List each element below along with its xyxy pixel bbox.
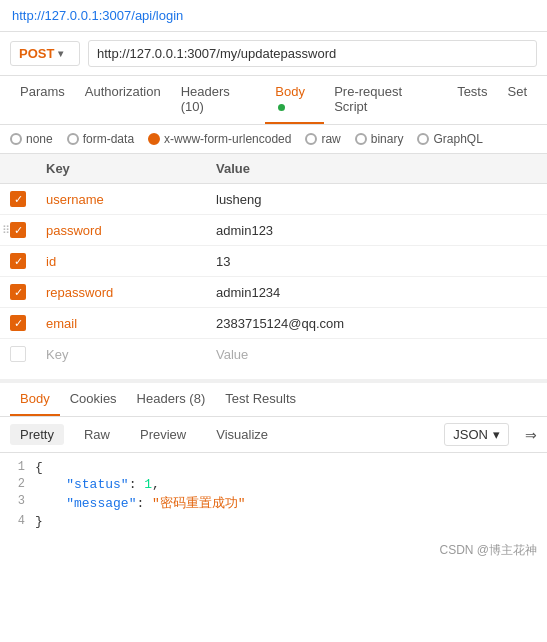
json-line-1: 1 { bbox=[0, 459, 547, 476]
response-tab-test-results[interactable]: Test Results bbox=[215, 383, 306, 416]
tab-params[interactable]: Params bbox=[10, 76, 75, 124]
response-tab-nav: Body Cookies Headers (8) Test Results bbox=[0, 383, 547, 417]
json-line-3: 3 "message": "密码重置成功" bbox=[0, 493, 547, 513]
body-dot bbox=[278, 104, 285, 111]
line-num: 2 bbox=[0, 477, 35, 491]
key-cell-email: email bbox=[36, 308, 206, 339]
empty-key[interactable]: Key bbox=[36, 339, 206, 370]
key-cell-password: password bbox=[36, 215, 206, 246]
col-value: Value bbox=[206, 154, 547, 184]
drag-handle-icon: ⠿ bbox=[2, 224, 10, 237]
json-value-message: "密码重置成功" bbox=[152, 496, 246, 511]
method-label: POST bbox=[19, 46, 54, 61]
json-format-select[interactable]: JSON ▾ bbox=[444, 423, 509, 446]
key-cell-repassword: repassword bbox=[36, 277, 206, 308]
body-type-form-data[interactable]: form-data bbox=[67, 132, 134, 146]
table-row: ✓ id 13 bbox=[0, 246, 547, 277]
body-type-row: none form-data x-www-form-urlencoded raw… bbox=[0, 125, 547, 154]
response-tab-cookies[interactable]: Cookies bbox=[60, 383, 127, 416]
url-input[interactable] bbox=[88, 40, 537, 67]
json-format-label: JSON bbox=[453, 427, 488, 442]
radio-form-data bbox=[67, 133, 79, 145]
table-row: ✓ repassword admin1234 bbox=[0, 277, 547, 308]
checkbox-cell: ✓ bbox=[0, 277, 36, 308]
line-content: { bbox=[35, 460, 547, 475]
col-checkbox bbox=[0, 154, 36, 184]
line-num: 1 bbox=[0, 460, 35, 474]
value-cell-username: lusheng bbox=[206, 184, 547, 215]
tab-tests[interactable]: Tests bbox=[447, 76, 497, 124]
checkbox-cell: ✓ bbox=[0, 246, 36, 277]
tab-body[interactable]: Body bbox=[265, 76, 324, 124]
body-type-urlencoded[interactable]: x-www-form-urlencoded bbox=[148, 132, 291, 146]
format-preview[interactable]: Preview bbox=[130, 424, 196, 445]
empty-checkbox bbox=[0, 339, 36, 370]
radio-urlencoded bbox=[148, 133, 160, 145]
tab-settings[interactable]: Set bbox=[497, 76, 537, 124]
line-content: "status": 1, bbox=[35, 477, 547, 492]
line-content: "message": "密码重置成功" bbox=[35, 494, 547, 512]
checkbox-repassword[interactable]: ✓ bbox=[10, 284, 26, 300]
checkbox-username[interactable]: ✓ bbox=[10, 191, 26, 207]
empty-checkbox-icon bbox=[10, 346, 26, 362]
json-value-status: 1 bbox=[144, 477, 152, 492]
format-visualize[interactable]: Visualize bbox=[206, 424, 278, 445]
body-type-none[interactable]: none bbox=[10, 132, 53, 146]
chevron-down-icon: ▾ bbox=[58, 48, 63, 59]
format-row: Pretty Raw Preview Visualize JSON ▾ ⇒ bbox=[0, 417, 547, 453]
checkbox-id[interactable]: ✓ bbox=[10, 253, 26, 269]
request-tab-nav: Params Authorization Headers (10) Body P… bbox=[0, 76, 547, 125]
value-cell-id: 13 bbox=[206, 246, 547, 277]
response-tab-body[interactable]: Body bbox=[10, 383, 60, 416]
radio-graphql bbox=[417, 133, 429, 145]
line-num: 3 bbox=[0, 494, 35, 508]
col-key: Key bbox=[36, 154, 206, 184]
request-bar: POST ▾ bbox=[0, 32, 547, 76]
wrap-icon[interactable]: ⇒ bbox=[525, 427, 537, 443]
radio-raw bbox=[305, 133, 317, 145]
json-key-message: "message" bbox=[66, 496, 136, 511]
watermark: CSDN @博主花神 bbox=[0, 536, 547, 565]
checkbox-cell: ⠿ ✓ bbox=[0, 215, 36, 246]
json-line-2: 2 "status": 1, bbox=[0, 476, 547, 493]
response-section: Body Cookies Headers (8) Test Results Pr… bbox=[0, 379, 547, 536]
form-params-table: Key Value ✓ username lusheng ⠿ ✓ passwor… bbox=[0, 154, 547, 369]
radio-none bbox=[10, 133, 22, 145]
body-type-graphql[interactable]: GraphQL bbox=[417, 132, 482, 146]
value-cell-email: 2383715124@qq.com bbox=[206, 308, 547, 339]
checkbox-cell: ✓ bbox=[0, 308, 36, 339]
value-cell-password: admin123 bbox=[206, 215, 547, 246]
method-select[interactable]: POST ▾ bbox=[10, 41, 80, 66]
json-key-status: "status" bbox=[66, 477, 128, 492]
radio-binary bbox=[355, 133, 367, 145]
line-content: } bbox=[35, 514, 547, 529]
chevron-down-icon: ▾ bbox=[493, 427, 500, 442]
json-output: 1 { 2 "status": 1, 3 "message": "密码重置成功"… bbox=[0, 453, 547, 536]
value-cell-repassword: admin1234 bbox=[206, 277, 547, 308]
table-row: ✓ email 2383715124@qq.com bbox=[0, 308, 547, 339]
json-line-4: 4 } bbox=[0, 513, 547, 530]
top-url-bar: http://127.0.0.1:3007/api/login bbox=[0, 0, 547, 32]
key-cell-username: username bbox=[36, 184, 206, 215]
format-pretty[interactable]: Pretty bbox=[10, 424, 64, 445]
body-type-binary[interactable]: binary bbox=[355, 132, 404, 146]
body-type-raw[interactable]: raw bbox=[305, 132, 340, 146]
table-row: ⠿ ✓ password admin123 bbox=[0, 215, 547, 246]
line-num: 4 bbox=[0, 514, 35, 528]
empty-value[interactable]: Value bbox=[206, 339, 547, 370]
checkbox-cell: ✓ bbox=[0, 184, 36, 215]
checkbox-password[interactable]: ✓ bbox=[10, 222, 26, 238]
tab-headers[interactable]: Headers (10) bbox=[171, 76, 266, 124]
key-cell-id: id bbox=[36, 246, 206, 277]
table-row: ✓ username lusheng bbox=[0, 184, 547, 215]
empty-row: Key Value bbox=[0, 339, 547, 370]
tab-pre-request[interactable]: Pre-request Script bbox=[324, 76, 447, 124]
response-tab-headers[interactable]: Headers (8) bbox=[127, 383, 216, 416]
checkbox-email[interactable]: ✓ bbox=[10, 315, 26, 331]
tab-authorization[interactable]: Authorization bbox=[75, 76, 171, 124]
top-url-link[interactable]: http://127.0.0.1:3007/api/login bbox=[12, 8, 183, 23]
format-raw[interactable]: Raw bbox=[74, 424, 120, 445]
